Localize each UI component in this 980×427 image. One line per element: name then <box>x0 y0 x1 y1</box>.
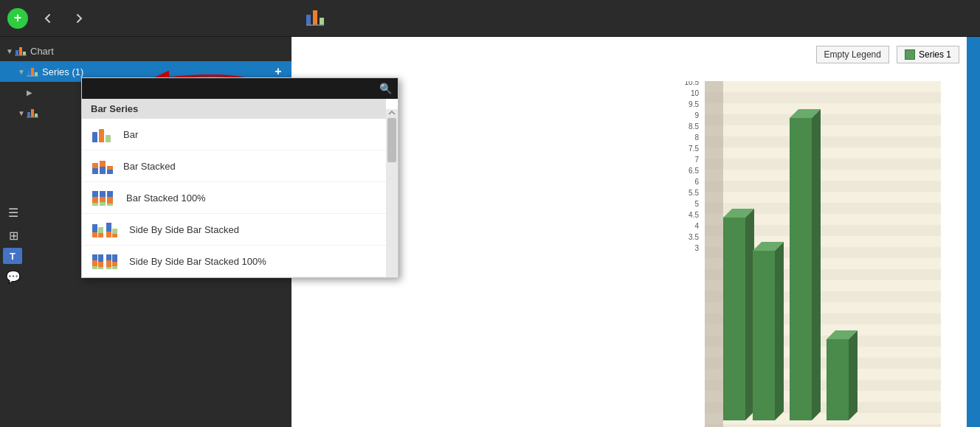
bar-icon <box>92 126 113 142</box>
svg-rect-12 <box>27 112 30 117</box>
tree-arrow-chart: ▼ <box>6 47 15 55</box>
svg-rect-20 <box>705 103 941 114</box>
svg-rect-19 <box>705 92 941 103</box>
svg-marker-74 <box>812 109 821 420</box>
svg-marker-71 <box>775 242 784 420</box>
svg-rect-66 <box>723 218 745 420</box>
svg-rect-18 <box>705 81 941 92</box>
main-content: ▼ Chart ▼ <box>0 37 980 427</box>
svg-rect-72 <box>790 118 812 420</box>
svg-text:9: 9 <box>694 111 699 119</box>
chart-label: Chart <box>30 46 286 57</box>
side-by-side-100-icon <box>92 253 119 269</box>
series-add-button[interactable]: + <box>271 64 286 79</box>
tree-item-chart[interactable]: ▼ Chart <box>0 41 291 61</box>
series-item-bar-stacked[interactable]: Bar Stacked <box>82 150 386 182</box>
series-item-bar-stacked-100[interactable]: Bar Stacked 100% <box>82 182 386 214</box>
series-item-side-by-side-100[interactable]: Side By Side Bar Stacked 100% <box>82 246 386 277</box>
side-by-side-label: Side By Side Bar Stacked <box>129 224 239 235</box>
svg-rect-6 <box>23 52 26 55</box>
svg-rect-23 <box>705 136 941 147</box>
bar-stacked-100-label: Bar Stacked 100% <box>126 192 206 204</box>
svg-text:6: 6 <box>694 178 699 186</box>
back-button[interactable] <box>37 7 59 29</box>
side-icon-text[interactable]: T <box>3 248 22 264</box>
bar-label: Bar <box>123 129 138 140</box>
svg-rect-25 <box>705 159 941 170</box>
svg-text:9.5: 9.5 <box>689 100 699 108</box>
svg-text:10.5: 10.5 <box>685 81 700 86</box>
svg-text:3: 3 <box>694 244 699 252</box>
svg-rect-69 <box>753 251 775 420</box>
svg-text:3.5: 3.5 <box>689 233 699 241</box>
svg-rect-21 <box>705 114 941 125</box>
svg-rect-14 <box>35 114 38 117</box>
svg-rect-0 <box>306 15 311 25</box>
side-icon-table[interactable]: ⊞ <box>3 225 24 246</box>
svg-rect-8 <box>27 71 30 76</box>
svg-rect-2 <box>320 18 324 25</box>
sub2-icon <box>27 106 38 120</box>
svg-text:7: 7 <box>694 156 699 164</box>
svg-rect-78 <box>705 81 723 427</box>
svg-text:4: 4 <box>694 222 699 230</box>
legend-series-label: Series 1 <box>919 49 951 60</box>
series-item-bar[interactable]: Bar <box>82 119 386 150</box>
svg-rect-4 <box>15 50 18 55</box>
svg-rect-13 <box>31 109 34 117</box>
series-item-side-by-side[interactable]: Side By Side Bar Stacked <box>82 214 386 246</box>
svg-text:5.5: 5.5 <box>689 189 699 197</box>
legend-bar: Empty Legend Series 1 <box>816 46 959 63</box>
toolbar: + <box>0 0 980 37</box>
svg-rect-28 <box>705 192 941 203</box>
legend-color-box <box>905 49 915 60</box>
svg-marker-77 <box>849 330 858 420</box>
side-by-side-icon <box>92 221 119 237</box>
series-icon <box>27 65 38 79</box>
side-icon-comment[interactable]: 💬 <box>3 266 24 287</box>
series-label: Series (1) <box>42 66 271 77</box>
svg-rect-22 <box>705 125 941 136</box>
svg-rect-49 <box>705 424 941 427</box>
bar-stacked-icon <box>92 158 113 174</box>
svg-rect-75 <box>827 339 849 420</box>
svg-text:7.5: 7.5 <box>689 145 699 153</box>
right-panel <box>967 37 980 427</box>
bar-stacked-label: Bar Stacked <box>123 161 176 172</box>
dropdown-search-input[interactable] <box>88 83 375 94</box>
svg-text:8: 8 <box>694 133 699 142</box>
chart-toolbar-icon <box>305 6 325 31</box>
svg-rect-27 <box>705 181 941 192</box>
side-by-side-100-label: Side By Side Bar Stacked 100% <box>129 256 266 267</box>
left-panel: ▼ Chart ▼ <box>0 37 291 427</box>
svg-text:8.5: 8.5 <box>689 122 699 131</box>
forward-button[interactable] <box>68 7 90 29</box>
dropdown-scrollbar[interactable] <box>386 109 398 277</box>
chart-icon <box>15 44 27 58</box>
dropdown-search-container: 🔍 <box>82 78 398 99</box>
svg-text:6.5: 6.5 <box>689 167 699 175</box>
svg-text:10: 10 <box>691 89 700 97</box>
svg-rect-24 <box>705 147 941 159</box>
legend-series-1: Series 1 <box>897 46 959 63</box>
bar-series-header: Bar Series <box>82 99 386 119</box>
empty-legend-button[interactable]: Empty Legend <box>816 46 889 63</box>
svg-rect-1 <box>313 10 317 25</box>
svg-text:4.5: 4.5 <box>689 211 699 219</box>
tree-arrow-sub2: ▼ <box>18 109 27 117</box>
tree-arrow-sub1: ▶ <box>27 88 35 97</box>
chart-svg: 10.5 10 9.5 9 8.5 8 7.5 7 6.5 6 5.5 5 4.… <box>683 81 967 427</box>
svg-rect-26 <box>705 170 941 181</box>
svg-rect-5 <box>19 47 22 55</box>
dropdown-panel: 🔍 Bar Series Bar <box>81 77 398 278</box>
side-icon-list[interactable]: ☰ <box>3 202 24 223</box>
bar-100-icon <box>92 190 116 206</box>
dropdown-content: Bar Series Bar <box>82 99 398 277</box>
svg-text:5: 5 <box>694 200 699 208</box>
tree-arrow-series: ▼ <box>18 68 27 76</box>
add-button[interactable]: + <box>7 8 28 29</box>
search-icon: 🔍 <box>379 83 392 94</box>
scrollbar-thumb[interactable] <box>387 118 396 162</box>
svg-rect-9 <box>31 68 34 76</box>
svg-rect-10 <box>35 72 38 76</box>
